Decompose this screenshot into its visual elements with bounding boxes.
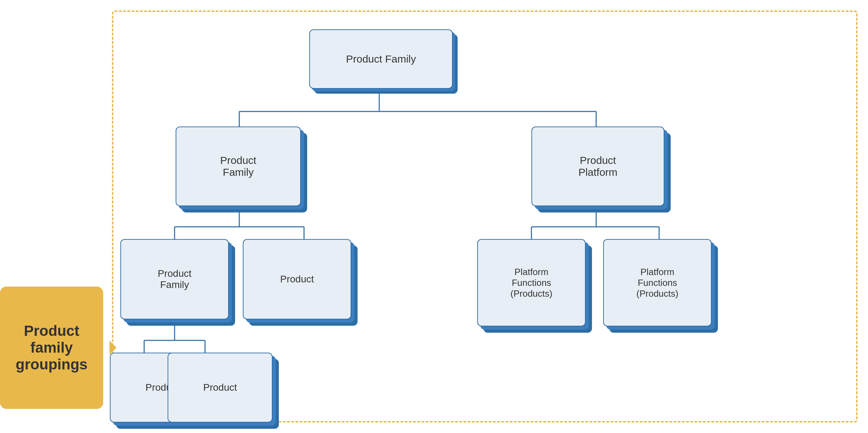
node-right2: Platform Functions (Products) (603, 239, 712, 326)
bottom2-label: Product (203, 382, 237, 393)
callout-label: Product family groupings (16, 323, 87, 373)
callout-bubble: Product family groupings (0, 287, 103, 409)
left2-label: Product Family (158, 268, 192, 290)
root-label: Product Family (346, 53, 416, 65)
right2-label: Platform Functions (Products) (636, 267, 678, 299)
right1-label: Platform Functions (Products) (510, 267, 552, 299)
mid-right-label: Product Platform (578, 154, 618, 178)
node-left3: Product (243, 239, 351, 319)
node-root: Product Family (309, 29, 453, 89)
mid-left-label: Product Family (220, 154, 256, 178)
left3-label: Product (280, 274, 314, 285)
node-mid-right: Product Platform (531, 127, 664, 206)
node-left2: Product Family (120, 239, 229, 319)
node-right1: Platform Functions (Products) (477, 239, 586, 326)
node-bottom2: Product (168, 353, 273, 423)
node-mid-left: Product Family (176, 127, 301, 206)
diagram-container: Product Family Product Family Product Pl… (112, 10, 858, 423)
